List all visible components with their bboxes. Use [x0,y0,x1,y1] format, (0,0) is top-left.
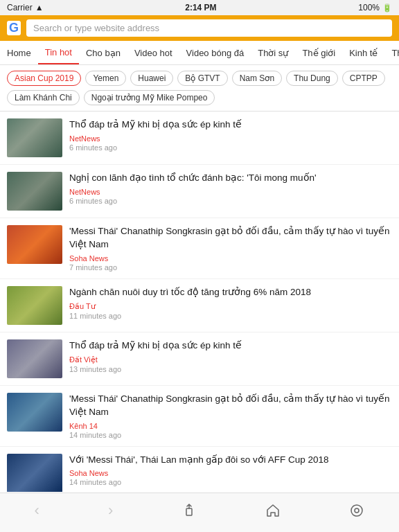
news-time-4: 11 minutes ago [69,312,392,320]
news-content-3: 'Messi Thái' Chanathip Songkrasin gạt bỏ… [69,225,392,272]
news-thumb-1 [7,118,62,157]
news-content-5: Thổ đáp trả Mỹ khi bị dọa sức ép kinh tế… [69,339,392,373]
tab-kinh-te[interactable]: Kinh tế [342,42,384,64]
news-source-6: Kênh 14 [69,422,392,430]
tab-the-thao[interactable]: Thể thao [384,42,399,64]
tab-thoi-su[interactable]: Thời sự [251,42,295,64]
news-content-2: Nghị con lãnh đạo tình tổ chức đánh bạc:… [69,172,392,205]
tag-7[interactable]: Làm Khánh Chi [7,90,80,105]
carrier-label: Carrier [7,3,33,12]
news-item-7[interactable]: Với 'Messi Thái', Thái Lan mạnh gấp đôi … [0,447,399,492]
news-item-5[interactable]: Thổ đáp trả Mỹ khi bị dọa sức ép kinh tế… [0,332,399,386]
news-thumb-3 [7,225,62,264]
news-item-4[interactable]: Ngành chăn nuôi duy trì tốc độ tăng trưở… [0,279,399,332]
news-thumb-5 [7,339,62,378]
battery-icon: 🔋 [382,3,392,12]
status-time: 2:14 PM [185,3,216,12]
tag-3[interactable]: Bộ GTVT [177,71,227,86]
google-logo: G [7,21,21,35]
battery-label: 100% [358,3,380,12]
news-title-6: 'Messi Thái' Chanathip Songkrasin gạt bỏ… [69,393,392,419]
news-source-5: Đất Việt [69,355,392,364]
wifi-icon: ▲ [35,3,44,12]
news-item-1[interactable]: Thổ đáp trả Mỹ khi bị dọa sức ép kinh tế… [0,112,399,165]
status-right: 100% 🔋 [358,3,392,12]
status-bar: Carrier ▲ 2:14 PM 100% 🔋 [0,0,399,15]
news-time-3: 7 minutes ago [69,263,392,272]
news-item-3[interactable]: 'Messi Thái' Chanathip Songkrasin gạt bỏ… [0,218,399,279]
nav-tabs: Home Tin hot Cho bạn Video hot Video bón… [0,41,399,65]
news-item-6[interactable]: 'Messi Thái' Chanathip Songkrasin gạt bỏ… [0,386,399,447]
tab-tin-hot[interactable]: Tin hot [38,42,79,64]
news-list: Thổ đáp trả Mỹ khi bị dọa sức ép kinh tế… [0,112,399,492]
news-thumb-6 [7,393,62,432]
news-item-2[interactable]: Nghị con lãnh đạo tình tổ chức đánh bạc:… [0,165,399,218]
news-title-7: Với 'Messi Thái', Thái Lan mạnh gấp đôi … [69,454,392,467]
tag-4[interactable]: Nam Sơn [232,71,282,86]
news-content-6: 'Messi Thái' Chanathip Songkrasin gạt bỏ… [69,393,392,439]
news-source-4: Đầu Tư [69,302,392,311]
news-content-4: Ngành chăn nuôi duy trì tốc độ tăng trưở… [69,286,392,320]
news-thumb-4 [7,286,62,325]
tab-the-gioi[interactable]: Thế giới [295,42,342,64]
news-content-1: Thổ đáp trả Mỹ khi bị dọa sức ép kinh tế… [69,118,392,152]
news-source-7: Soha News [69,469,392,477]
news-scroll-area[interactable]: Thổ đáp trả Mỹ khi bị dọa sức ép kinh tế… [0,112,399,492]
news-source-3: Soha News [69,254,392,263]
tab-cho-ban[interactable]: Cho bạn [79,42,127,64]
news-content-7: Với 'Messi Thái', Thái Lan mạnh gấp đôi … [69,454,392,487]
news-time-5: 13 minutes ago [69,365,392,373]
tag-0[interactable]: Asian Cup 2019 [7,71,81,86]
tag-filters: Asian Cup 2019 Yemen Huawei Bộ GTVT Nam … [0,65,399,112]
tag-5[interactable]: Thu Dung [286,71,338,86]
news-title-4: Ngành chăn nuôi duy trì tốc độ tăng trưở… [69,286,392,299]
tab-video-hot[interactable]: Video hot [127,42,179,64]
tag-6[interactable]: CPTPP [342,71,385,86]
news-thumb-7 [7,454,62,492]
tab-video-bong-da[interactable]: Video bóng đá [179,42,251,64]
news-time-1: 6 minutes ago [69,143,392,152]
news-title-2: Nghị con lãnh đạo tình tổ chức đánh bạc:… [69,172,392,185]
news-title-5: Thổ đáp trả Mỹ khi bị dọa sức ép kinh tế [69,339,392,353]
tag-1[interactable]: Yemen [85,71,126,86]
search-input-container[interactable]: Search or type website address [26,19,392,37]
search-placeholder: Search or type website address [33,23,159,33]
search-bar: G Search or type website address [0,15,399,41]
news-time-2: 6 minutes ago [69,197,392,205]
news-source-1: NetNews [69,134,392,143]
news-time-7: 14 minutes ago [69,478,392,486]
news-source-2: NetNews [69,188,392,196]
status-left: Carrier ▲ [7,3,44,12]
tag-2[interactable]: Huawei [130,71,173,86]
news-title-3: 'Messi Thái' Chanathip Songkrasin gạt bỏ… [69,225,392,251]
news-title-1: Thổ đáp trả Mỹ khi bị dọa sức ép kinh tế [69,118,392,132]
news-thumb-2 [7,172,62,211]
tab-home[interactable]: Home [0,42,38,64]
news-time-6: 14 minutes ago [69,431,392,439]
tag-8[interactable]: Ngoại trưởng Mỹ Mike Pompeo [84,90,215,105]
